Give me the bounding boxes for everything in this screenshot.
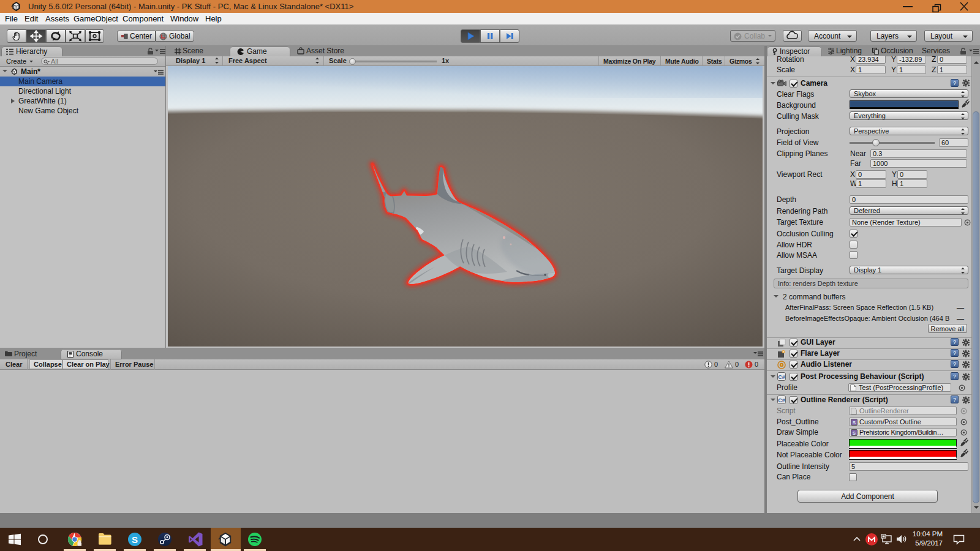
svg-text:C#: C# bbox=[778, 397, 785, 403]
svg-text:S: S bbox=[132, 534, 138, 545]
svg-text:C#: C# bbox=[778, 374, 785, 380]
svg-text:S: S bbox=[853, 420, 856, 425]
svg-text:S: S bbox=[853, 430, 856, 436]
